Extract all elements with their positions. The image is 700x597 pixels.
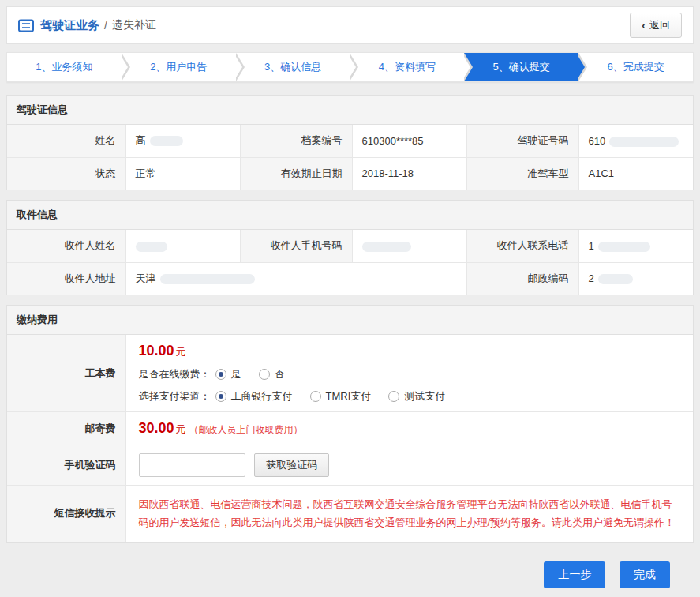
table-row: 短信接收提示 因陕西省联通、电信运营商技术问题，陕西省互联网交通安全综合服务管理…	[7, 486, 693, 542]
radio-channel-test[interactable]: 测试支付	[388, 389, 445, 404]
vehicle-type-value: A1C1	[578, 157, 693, 190]
redacted-value	[362, 242, 411, 252]
radio-channel-icbc-label: 工商银行支付	[231, 389, 293, 404]
previous-step-button[interactable]: 上一步	[544, 561, 605, 588]
radio-online-yes-label: 是	[231, 367, 241, 381]
license-number-value: 610	[578, 125, 693, 157]
recipient-mobile-value	[352, 230, 466, 262]
production-fee-amount-line: 10.00元	[139, 343, 681, 359]
production-fee-content: 10.00元 是否在线缴费： 是 否 选择支付渠道： 工商银行支付 TMRI支付…	[125, 335, 693, 412]
fee-section-title: 缴纳费用	[7, 306, 693, 335]
pickup-info-section: 取件信息 收件人姓名 收件人手机号码 收件人联系电话 1 收件人地址 天津 邮政…	[6, 200, 694, 295]
step-1-notice[interactable]: 1、业务须知	[7, 53, 122, 81]
online-pay-question-line: 是否在线缴费： 是 否	[139, 367, 681, 381]
recipient-address-label: 收件人地址	[7, 262, 125, 295]
redacted-value	[609, 137, 679, 147]
mail-fee-amount: 30.00	[139, 420, 174, 436]
mail-fee-content: 30.00元（邮政人员上门收取费用）	[125, 412, 693, 445]
expiry-date-value: 2018-11-18	[352, 157, 466, 190]
recipient-mobile-label: 收件人手机号码	[240, 230, 352, 262]
license-info-table: 姓名 高 档案编号 610300****85 驾驶证号码 610 状态 正常 有…	[7, 125, 693, 190]
radio-dot-icon	[310, 391, 321, 402]
verify-code-input[interactable]	[139, 453, 245, 477]
table-row: 姓名 高 档案编号 610300****85 驾驶证号码 610	[7, 125, 693, 157]
pickup-section-title: 取件信息	[7, 201, 693, 230]
step-6-complete[interactable]: 6、完成提交	[578, 53, 693, 81]
recipient-phone-label: 收件人联系电话	[466, 230, 578, 262]
redacted-value	[150, 136, 183, 146]
radio-dot-icon	[259, 369, 270, 380]
vehicle-type-label: 准驾车型	[466, 157, 578, 190]
recipient-name-value	[125, 230, 240, 262]
radio-online-no-label: 否	[275, 367, 285, 381]
postal-code-label: 邮政编码	[466, 262, 578, 295]
mail-fee-unit: 元	[176, 423, 186, 435]
redacted-value	[598, 242, 650, 252]
radio-dot-icon	[215, 391, 226, 402]
table-row: 收件人地址 天津 邮政编码 2	[7, 262, 693, 295]
production-fee-label: 工本费	[7, 335, 125, 412]
verify-code-content: 获取验证码	[125, 445, 693, 486]
sms-warning-text: 因陕西省联通、电信运营商技术问题，陕西省互联网交通安全综合服务管理平台无法向持陕…	[139, 494, 681, 534]
file-number-value: 610300****85	[352, 125, 466, 157]
name-value: 高	[125, 125, 240, 157]
pay-channel-question: 选择支付渠道：	[139, 389, 211, 404]
radio-channel-test-label: 测试支付	[404, 389, 445, 404]
step-4-fill-data[interactable]: 4、资料填写	[350, 53, 464, 81]
pay-channel-question-line: 选择支付渠道： 工商银行支付 TMRI支付 测试支付	[139, 389, 681, 404]
get-verify-code-button[interactable]: 获取验证码	[254, 453, 329, 477]
finish-button[interactable]: 完成	[620, 561, 670, 588]
sms-note-content: 因陕西省联通、电信运营商技术问题，陕西省互联网交通安全综合服务管理平台无法向持陕…	[125, 486, 693, 542]
radio-channel-icbc[interactable]: 工商银行支付	[215, 389, 293, 404]
page: 驾驶证业务 / 遗失补证 ‹ 返回 1、业务须知 2、用户申告 3、确认信息 4…	[0, 0, 700, 595]
fee-section: 缴纳费用 工本费 10.00元 是否在线缴费： 是 否 选择支付渠道： 工商银行…	[6, 305, 694, 543]
page-title: 驾驶证业务	[40, 18, 99, 33]
radio-channel-tmri[interactable]: TMRI支付	[310, 389, 372, 404]
status-value: 正常	[125, 157, 240, 190]
redacted-value	[598, 274, 633, 284]
table-row: 手机验证码 获取验证码	[7, 445, 693, 486]
radio-dot-icon	[215, 369, 226, 380]
production-fee-unit: 元	[176, 346, 186, 358]
license-info-section: 驾驶证信息 姓名 高 档案编号 610300****85 驾驶证号码 610 状…	[6, 95, 694, 190]
recipient-phone-value: 1	[578, 230, 693, 262]
step-3-confirm-info[interactable]: 3、确认信息	[236, 53, 350, 81]
back-button-label: 返回	[649, 18, 670, 32]
license-form-icon	[18, 19, 34, 32]
redacted-value	[136, 242, 167, 252]
breadcrumb-page: 遗失补证	[112, 18, 156, 32]
file-number-label: 档案编号	[240, 125, 352, 157]
recipient-name-label: 收件人姓名	[7, 230, 125, 262]
radio-channel-tmri-label: TMRI支付	[326, 389, 372, 404]
verify-code-label: 手机验证码	[7, 445, 125, 486]
name-label: 姓名	[7, 125, 125, 157]
footer-actions: 上一步 完成	[6, 561, 694, 588]
postal-code-value: 2	[578, 262, 693, 295]
fee-table: 工本费 10.00元 是否在线缴费： 是 否 选择支付渠道： 工商银行支付 TM…	[7, 335, 693, 542]
step-5-confirm-submit[interactable]: 5、确认提交	[464, 53, 578, 81]
redacted-value	[160, 274, 255, 284]
mail-fee-note: （邮政人员上门收取费用）	[189, 424, 303, 435]
header-bar: 驾驶证业务 / 遗失补证 ‹ 返回	[6, 6, 694, 44]
back-button[interactable]: ‹ 返回	[630, 13, 682, 38]
step-nav: 1、业务须知 2、用户申告 3、确认信息 4、资料填写 5、确认提交 6、完成提…	[6, 52, 694, 82]
sms-note-label: 短信接收提示	[7, 486, 125, 542]
radio-dot-icon	[388, 391, 399, 402]
license-section-title: 驾驶证信息	[7, 96, 693, 125]
table-row: 邮寄费 30.00元（邮政人员上门收取费用）	[7, 412, 693, 445]
production-fee-amount: 10.00	[139, 343, 174, 359]
table-row: 收件人姓名 收件人手机号码 收件人联系电话 1	[7, 230, 693, 262]
status-label: 状态	[7, 157, 125, 190]
online-pay-question: 是否在线缴费：	[139, 367, 211, 381]
license-number-label: 驾驶证号码	[466, 125, 578, 157]
radio-online-no[interactable]: 否	[259, 367, 285, 381]
table-row: 工本费 10.00元 是否在线缴费： 是 否 选择支付渠道： 工商银行支付 TM…	[7, 335, 693, 412]
back-chevron-icon: ‹	[642, 19, 646, 32]
radio-online-yes[interactable]: 是	[215, 367, 241, 381]
step-2-declare[interactable]: 2、用户申告	[122, 53, 236, 81]
pickup-info-table: 收件人姓名 收件人手机号码 收件人联系电话 1 收件人地址 天津 邮政编码 2	[7, 230, 693, 295]
breadcrumb-separator: /	[104, 19, 107, 32]
table-row: 状态 正常 有效期止日期 2018-11-18 准驾车型 A1C1	[7, 157, 693, 190]
expiry-date-label: 有效期止日期	[240, 157, 352, 190]
recipient-address-value: 天津	[125, 262, 466, 295]
